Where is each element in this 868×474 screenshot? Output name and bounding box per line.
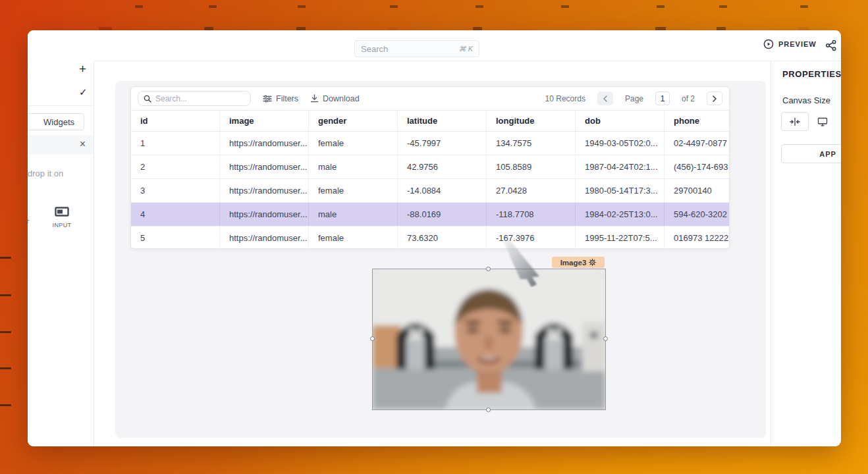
widget-item-label: INPUT — [47, 222, 76, 228]
table-toolbar: Search... Filters — [131, 87, 729, 110]
image-widget-tag[interactable]: Image3 — [552, 257, 605, 268]
input-box-icon — [55, 207, 69, 217]
column-header-id[interactable]: id — [131, 111, 220, 131]
table-cell: https://randomuser... — [220, 203, 309, 226]
table-cell: -118.7708 — [487, 203, 576, 226]
table-cell: 594-620-3202 — [665, 203, 729, 226]
table-cell: https://randomuser... — [220, 226, 309, 249]
preview-button[interactable]: PREVIEW — [763, 39, 817, 49]
resize-handle-top[interactable] — [486, 267, 491, 271]
topbar: Search ⌘ K PREVIEW — [28, 30, 841, 61]
table-cell: 42.9756 — [398, 155, 487, 178]
play-circle-icon — [763, 39, 774, 49]
table-cell: https://randomuser... — [220, 179, 309, 202]
canvas-fit-button[interactable] — [781, 112, 809, 131]
gear-icon[interactable] — [589, 259, 596, 266]
table-cell: female — [309, 132, 398, 155]
download-label: Download — [323, 94, 360, 103]
table-cell: 2 — [131, 155, 220, 178]
table-cell: (456)-174-693 — [665, 155, 729, 178]
table-header-row: idimagegenderlatitudelongitudedobphone — [131, 110, 729, 132]
close-icon[interactable]: × — [80, 139, 86, 149]
table-widget[interactable]: Search... Filters — [130, 86, 730, 249]
table-cell: male — [309, 203, 398, 226]
column-header-longitude[interactable]: longitude — [487, 111, 576, 131]
column-header-image[interactable]: image — [220, 111, 309, 131]
table-cell: 02-4497-0877 — [665, 132, 729, 155]
blurred-portrait-photo — [373, 269, 605, 409]
app-builder-window: Search ⌘ K PREVIEW + ✓ Widgets — [28, 30, 841, 446]
resize-handle-bottom[interactable] — [486, 408, 491, 412]
previous-page-button[interactable] — [597, 92, 613, 105]
resize-handle-right[interactable] — [603, 336, 608, 341]
table-cell: https://randomuser... — [220, 155, 309, 178]
widget-item-partial-label[interactable]: T — [28, 219, 30, 225]
drop-hint-text: drop it on — [28, 169, 91, 178]
app-settings-button[interactable]: APP — [781, 144, 841, 163]
table-cell: 27.0428 — [487, 179, 576, 202]
chevron-left-icon — [603, 95, 608, 102]
canvas-desktop-button[interactable] — [809, 112, 836, 131]
table-cell: 105.8589 — [487, 155, 576, 178]
table-cell: 73.6320 — [398, 226, 487, 249]
table-cell: 1 — [131, 132, 220, 155]
table-row[interactable]: 2https://randomuser...male42.9756105.858… — [131, 155, 729, 179]
desktop-background: { "app": { "topbar": { "search_placehold… — [0, 0, 868, 474]
table-cell: 1980-05-14T17:3... — [576, 179, 665, 202]
sidebar-divider — [28, 105, 94, 106]
table-cell: 5 — [131, 226, 220, 249]
table-cell: female — [309, 226, 398, 249]
next-page-button[interactable] — [707, 92, 722, 105]
resize-horizontal-icon — [790, 117, 800, 126]
preview-label: PREVIEW — [778, 40, 817, 48]
table-cell: https://randomuser... — [220, 132, 309, 155]
canvas-size-segmented-control — [781, 112, 836, 131]
page-total: of 2 — [682, 94, 695, 103]
widgets-section-header: × — [28, 135, 94, 155]
table-row[interactable]: 1https://randomuser...female-45.7997134.… — [131, 132, 729, 155]
share-button[interactable] — [825, 40, 837, 51]
table-search-input[interactable]: Search... — [138, 91, 251, 106]
share-nodes-icon — [825, 40, 837, 51]
filters-button[interactable]: Filters — [263, 94, 298, 103]
table-cell: -45.7997 — [398, 132, 487, 155]
page-label: Page — [625, 94, 643, 103]
filters-icon — [263, 95, 272, 103]
global-search-placeholder: Search — [361, 44, 388, 54]
widgets-sidebar: + ✓ Widgets × drop it on INPUT T — [28, 61, 94, 446]
download-button[interactable]: Download — [310, 94, 360, 103]
monitor-icon — [817, 117, 828, 126]
table-cell: female — [309, 179, 398, 202]
table-cell: 4 — [131, 203, 220, 226]
download-icon — [310, 94, 319, 103]
column-header-gender[interactable]: gender — [309, 111, 398, 131]
global-search-input[interactable]: Search ⌘ K — [354, 40, 479, 57]
properties-title: PROPERTIES — [782, 69, 841, 79]
add-page-button[interactable]: + — [79, 63, 86, 75]
column-header-phone[interactable]: phone — [665, 111, 729, 131]
table-cell: 016973 12222 — [665, 226, 729, 249]
column-header-dob[interactable]: dob — [576, 111, 665, 131]
page-number-input[interactable]: 1 — [655, 92, 670, 105]
table-cell: -88.0169 — [398, 203, 487, 226]
table-body: 1https://randomuser...female-45.7997134.… — [131, 132, 729, 249]
chevron-right-icon — [712, 95, 717, 102]
confirm-button[interactable]: ✓ — [79, 87, 88, 97]
table-row[interactable]: 3https://randomuser...female-14.088427.0… — [131, 179, 729, 203]
records-count: 10 Records — [545, 94, 585, 103]
table-cell: 3 — [131, 179, 220, 202]
table-row[interactable]: 5https://randomuser...female73.6320-167.… — [131, 226, 729, 249]
widget-item-input[interactable]: INPUT — [47, 207, 76, 228]
search-shortcut-hint: ⌘ K — [459, 45, 473, 53]
filters-label: Filters — [276, 94, 298, 103]
widgets-search-value: Widgets — [43, 117, 74, 127]
image-widget[interactable] — [372, 269, 606, 410]
table-row[interactable]: 4https://randomuser...male-88.0169-118.7… — [131, 203, 729, 226]
table-cell: 1984-02-25T13:0... — [576, 203, 665, 226]
column-header-latitude[interactable]: latitude — [398, 111, 487, 131]
widgets-search-input[interactable]: Widgets — [28, 113, 84, 130]
table-cell: male — [309, 155, 398, 178]
resize-handle-left[interactable] — [370, 336, 375, 341]
table-cell: 134.7575 — [487, 132, 576, 155]
canvas-size-label: Canvas Size — [782, 95, 830, 105]
